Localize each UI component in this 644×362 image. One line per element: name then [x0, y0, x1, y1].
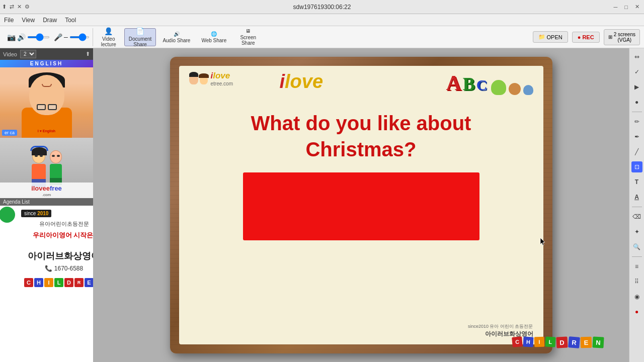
- lb-l: L: [54, 278, 63, 287]
- mic-icon: 🎤: [54, 33, 62, 41]
- highlight-tool[interactable]: A: [631, 192, 642, 203]
- tool-divider-2: [632, 207, 642, 207]
- video-count-select[interactable]: 2 1 3: [20, 50, 36, 58]
- close-x-icon[interactable]: ✕: [17, 4, 22, 10]
- menu-file[interactable]: File: [4, 17, 14, 24]
- video-lecture-icon: 👤: [104, 27, 113, 35]
- webcam-glasses: [37, 104, 57, 110]
- play-tool[interactable]: ▶: [631, 81, 642, 93]
- frame-inner: ilove etree.com ilove A B C: [179, 66, 543, 344]
- fig1-body: [32, 164, 46, 179]
- rec-label: REC: [582, 34, 594, 40]
- green-circle-avatar: [0, 206, 16, 224]
- check-tool[interactable]: ✓: [631, 66, 642, 77]
- ilove-text-group: ilove etree.com: [211, 71, 233, 86]
- minimize-btn[interactable]: ─: [611, 3, 620, 11]
- fig1-headphones: [30, 146, 48, 151]
- circle-tool[interactable]: ●: [631, 97, 642, 108]
- fig2-body: [50, 164, 62, 178]
- logo-love: love: [213, 71, 230, 80]
- open-btn[interactable]: 📁 OPEN: [533, 31, 568, 43]
- screen-share-label: ScreenShare: [240, 35, 256, 46]
- fig1-eyes: [35, 155, 38, 157]
- agenda-highlight: 우리아이영어 시작은!: [21, 231, 93, 240]
- big-love: love: [285, 71, 323, 92]
- abc-a: A: [446, 71, 461, 95]
- video-label-row: Video 2 1 3 ⬆: [0, 48, 93, 60]
- speaker-icon: 🔊: [17, 33, 26, 41]
- footer-small: since2010 유아 어린이 초등전문: [468, 323, 533, 330]
- web-share-icon: 🌐: [211, 31, 217, 37]
- arrows-tool[interactable]: ⇔: [631, 51, 642, 62]
- window-title: sdw197619300:06:22: [293, 4, 351, 11]
- screens-icon: ⊞: [608, 34, 612, 40]
- arrows-icon[interactable]: ⇄: [10, 4, 14, 10]
- avatar-view: iloveefree .com: [0, 138, 93, 198]
- rec-btn[interactable]: ● REC: [572, 32, 600, 43]
- bg-text-english: ENGLISH: [0, 60, 93, 67]
- webcam-icon: 📷: [7, 33, 16, 41]
- webcam-person: ENGLISH I ♥ English: [0, 60, 93, 138]
- char1-hair: [189, 72, 198, 77]
- maximize-btn[interactable]: □: [622, 3, 630, 11]
- agenda-label: Agenda List: [3, 199, 30, 205]
- upload-icon[interactable]: ⬆: [2, 4, 7, 10]
- avatar-figure: [32, 149, 62, 187]
- video-text: Video: [3, 51, 17, 57]
- since-year: 2010: [37, 211, 48, 216]
- video-lecture-label: Videolecture: [101, 36, 116, 47]
- colors-tool[interactable]: ◉: [631, 291, 642, 302]
- menu-draw[interactable]: Draw: [43, 17, 57, 24]
- since-badge: since 2010: [21, 210, 51, 217]
- screenshot-tool[interactable]: ⊡: [631, 161, 642, 172]
- abc-b: B: [463, 73, 475, 95]
- mic-control: 🎤 ─: [54, 33, 90, 41]
- question-line1: What do you like about: [251, 112, 471, 134]
- menu-view[interactable]: View: [22, 17, 35, 24]
- lines-tool[interactable]: ≡: [631, 261, 642, 272]
- dash-icon: ─: [64, 34, 68, 40]
- menu-bar: File View Draw Tool: [0, 14, 644, 26]
- title-bar: ⬆ ⇄ ✕ ⚙ sdw197619300:06:22 ─ □ ✕: [0, 0, 644, 14]
- slide-footer: since2010 유아 어린이 초등전문 아이러브화상영어: [468, 323, 533, 338]
- name-tag: er ca: [2, 130, 17, 136]
- volume-slider[interactable]: [27, 36, 50, 38]
- abc-c: C: [476, 76, 488, 94]
- expand-icon[interactable]: ⬆: [86, 51, 90, 57]
- children-letters-frame: C H I L D R E N: [512, 337, 604, 348]
- red-dot-tool[interactable]: ●: [631, 306, 642, 317]
- zoom-tool[interactable]: 🔍: [631, 241, 642, 252]
- text-tool[interactable]: T: [631, 176, 642, 188]
- glass-right: [48, 104, 57, 110]
- close-btn[interactable]: ✕: [632, 3, 642, 11]
- rec-dot-icon: ●: [578, 34, 581, 40]
- agenda-title-big: 아이러브화상영어: [21, 251, 93, 262]
- volume-control: 📷 🔊: [7, 33, 50, 41]
- bear-fig: [509, 83, 521, 95]
- audio-share-btn[interactable]: 🔊 Audio Share: [158, 28, 195, 46]
- menu-tool[interactable]: Tool: [65, 17, 76, 24]
- webcam-view: ENGLISH I ♥ English: [0, 60, 93, 138]
- mic-slider[interactable]: [69, 36, 90, 38]
- screen-share-btn[interactable]: 🖥 ScreenShare: [233, 28, 263, 46]
- audio-controls: 📷 🔊 🎤 ─: [4, 28, 93, 46]
- document-share-icon: 📄: [136, 27, 144, 35]
- big-ilove-center: ilove: [280, 71, 324, 93]
- tool-divider-1: [632, 112, 642, 112]
- magic-tool[interactable]: ✦: [631, 226, 642, 237]
- pen-tool[interactable]: ✏: [631, 116, 642, 127]
- line-tool[interactable]: ╱: [631, 146, 642, 157]
- document-share-btn[interactable]: 📄 DocumentShare: [124, 28, 156, 46]
- settings-icon[interactable]: ⚙: [25, 4, 30, 10]
- tool-divider-3: [632, 256, 642, 257]
- agenda-content: since 2010 유아어린이초등전문 우리아이영어 시작은! 아이러브화상영…: [0, 206, 93, 362]
- lb-h: H: [34, 278, 43, 287]
- web-share-btn[interactable]: 🌐 Web Share: [197, 28, 231, 46]
- logo-efree: etree.com: [211, 81, 233, 86]
- video-lecture-btn[interactable]: 👤 Videolecture: [95, 28, 122, 46]
- screens-btn[interactable]: ⊞ 2 screens(VGA): [604, 29, 640, 45]
- eraser-tool[interactable]: ⌫: [631, 211, 642, 222]
- dots-tool[interactable]: ⠿: [631, 276, 642, 287]
- char1: [189, 73, 198, 84]
- pen2-tool[interactable]: ✒: [631, 131, 642, 142]
